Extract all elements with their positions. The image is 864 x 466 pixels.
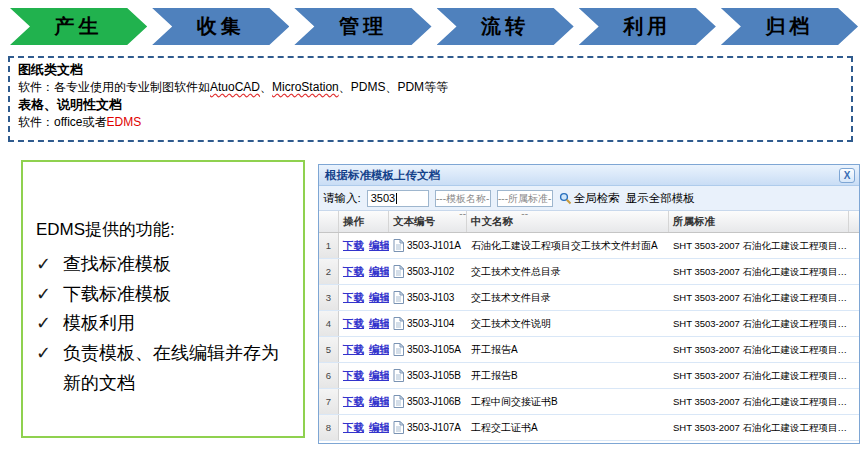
feature-item: ✓查找标准模板: [36, 250, 295, 280]
feature-item: ✓下载标准模板: [36, 280, 295, 310]
row-actions: 下载编辑: [339, 389, 389, 414]
header-cell-std[interactable]: 所属标准: [669, 211, 849, 232]
flow-step-利用: 利用: [579, 8, 716, 45]
features-list: ✓查找标准模板✓下载标准模板✓模板利用✓负责模板、在线编辑并存为新的文档: [36, 250, 295, 398]
header-cell-name[interactable]: 中文名称: [467, 211, 669, 232]
document-icon: [393, 239, 404, 252]
edit-link[interactable]: 编辑: [369, 317, 389, 331]
template-name-combo[interactable]: ---模板名称---: [435, 190, 491, 207]
row-name: 交工技术文件目录: [467, 285, 669, 310]
check-icon: ✓: [36, 280, 63, 310]
row-standard: SHT 3503-2007 石油化工建设工程项目交工...: [669, 337, 859, 362]
header-cell-gutter: [849, 211, 859, 232]
note-segment: MicroStation: [272, 80, 339, 94]
row-actions: 下载编辑: [339, 415, 389, 440]
header-cell-op[interactable]: 操作: [339, 211, 389, 232]
note-segment: 、: [260, 80, 272, 94]
row-code: 3503-J106B: [389, 389, 467, 414]
download-link[interactable]: 下载: [343, 291, 364, 305]
flow-step-产生: 产生: [10, 8, 147, 45]
note-line: 表格、说明性文档: [18, 96, 841, 114]
download-link[interactable]: 下载: [343, 343, 364, 357]
global-search-button[interactable]: 全局检索: [559, 191, 620, 206]
table-row: 1下载编辑3503-J101A石油化工建设工程项目交工技术文件封面ASHT 35…: [319, 233, 859, 259]
download-link[interactable]: 下载: [343, 239, 364, 253]
feature-item-label: 下载标准模板: [63, 280, 171, 310]
flow-step-流转: 流转: [437, 8, 574, 45]
edit-link[interactable]: 编辑: [369, 369, 389, 383]
flow-step-收集: 收集: [152, 8, 289, 45]
table-row: 8下载编辑3503-J107A工程交工证书ASHT 3503-2007 石油化工…: [319, 415, 859, 441]
row-name: 石油化工建设工程项目交工技术文件封面A: [467, 233, 669, 258]
row-code-text: 3503-J103: [407, 292, 454, 303]
row-code: 3503-J102: [389, 259, 467, 284]
row-number: 7: [319, 389, 339, 414]
row-standard: SHT 3503-2007 石油化工建设工程项目交工...: [669, 285, 859, 310]
note-line: 软件：office或者EDMS: [18, 114, 841, 131]
row-code: 3503-J101A: [389, 233, 467, 258]
flow-step-归档: 归档: [721, 8, 858, 45]
document-icon: [393, 317, 404, 330]
edit-link[interactable]: 编辑: [369, 265, 389, 279]
header-cell-code[interactable]: 文本编号: [389, 211, 467, 232]
row-name: 工程交工证书A: [467, 415, 669, 440]
row-actions: 下载编辑: [339, 311, 389, 336]
document-icon: [393, 369, 404, 382]
show-all-button[interactable]: 显示全部模板: [626, 191, 695, 206]
edit-link[interactable]: 编辑: [369, 395, 389, 409]
slide-canvas: 产生收集管理流转利用归档 图纸类文档软件：各专业使用的专业制图软件如AtuoCA…: [0, 0, 864, 466]
input-label: 请输入:: [323, 191, 361, 206]
table-row: 3下载编辑3503-J103交工技术文件目录SHT 3503-2007 石油化工…: [319, 285, 859, 311]
search-toolbar: 请输入: 3503 ---模板名称--- ---所属标准--- 全局检索 显示全…: [319, 186, 859, 211]
download-link[interactable]: 下载: [343, 421, 364, 435]
row-number: 5: [319, 337, 339, 362]
feature-item: ✓负责模板、在线编辑并存为新的文档: [36, 339, 295, 398]
header-cell-rownum: [319, 211, 339, 232]
row-actions: 下载编辑: [339, 337, 389, 362]
row-standard: SHT 3503-2007 石油化工建设工程项目交工...: [669, 233, 859, 258]
download-link[interactable]: 下载: [343, 317, 364, 331]
note-line: 软件：各专业使用的专业制图软件如AtuoCAD、MicroStation、PDM…: [18, 79, 841, 96]
row-actions: 下载编辑: [339, 363, 389, 388]
download-link[interactable]: 下载: [343, 395, 364, 409]
row-standard: SHT 3503-2007 石油化工建设工程项目交工...: [669, 363, 859, 388]
edit-link[interactable]: 编辑: [369, 421, 389, 435]
table-body: 1下载编辑3503-J101A石油化工建设工程项目交工技术文件封面ASHT 35…: [319, 233, 859, 441]
edit-link[interactable]: 编辑: [369, 343, 389, 357]
row-number: 1: [319, 233, 339, 258]
row-number: 6: [319, 363, 339, 388]
note-segment: EDMS: [106, 115, 141, 129]
row-number: 3: [319, 285, 339, 310]
row-standard: SHT 3503-2007 石油化工建设工程项目交工...: [669, 415, 859, 440]
row-code: 3503-J105A: [389, 337, 467, 362]
row-code: 3503-J104: [389, 311, 467, 336]
text-caret: [396, 193, 397, 204]
download-link[interactable]: 下载: [343, 265, 364, 279]
download-link[interactable]: 下载: [343, 369, 364, 383]
edit-link[interactable]: 编辑: [369, 291, 389, 305]
standard-combo[interactable]: ---所属标准---: [497, 190, 553, 207]
row-name: 开工报告B: [467, 363, 669, 388]
search-input[interactable]: 3503: [367, 190, 429, 207]
window-titlebar[interactable]: 根据标准模板上传文档 X: [319, 165, 859, 186]
table-row: 4下载编辑3503-J104交工技术文件说明SHT 3503-2007 石油化工…: [319, 311, 859, 337]
close-icon[interactable]: X: [839, 168, 855, 183]
row-code-text: 3503-J107A: [407, 422, 461, 433]
document-icon: [393, 265, 404, 278]
row-code: 3503-J103: [389, 285, 467, 310]
row-code-text: 3503-J106B: [407, 396, 461, 407]
edit-link[interactable]: 编辑: [369, 239, 389, 253]
row-code-text: 3503-J102: [407, 266, 454, 277]
edms-features-box: EDMS提供的功能: ✓查找标准模板✓下载标准模板✓模板利用✓负责模板、在线编辑…: [21, 160, 305, 438]
table-header: 操作文本编号中文名称所属标准: [319, 211, 859, 233]
flow-step-管理: 管理: [294, 8, 431, 45]
note-segment: 软件：各专业使用的专业制图软件如: [18, 80, 210, 94]
row-code: 3503-J107A: [389, 415, 467, 440]
feature-item-label: 查找标准模板: [63, 250, 171, 280]
table-row: 6下载编辑3503-J105B开工报告BSHT 3503-2007 石油化工建设…: [319, 363, 859, 389]
row-name: 交工技术文件说明: [467, 311, 669, 336]
feature-item: ✓模板利用: [36, 309, 295, 339]
template-upload-window: 根据标准模板上传文档 X 请输入: 3503 ---模板名称--- ---所属标…: [318, 164, 860, 444]
note-segment: 表格、说明性文档: [18, 97, 122, 112]
row-number: 2: [319, 259, 339, 284]
